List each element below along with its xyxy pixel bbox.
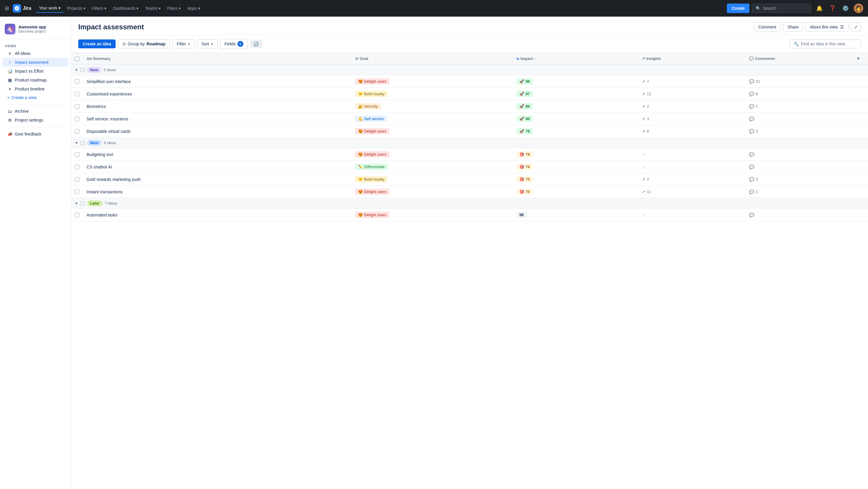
sidebar-item-product-timeline[interactable]: ≡ Product timeline <box>2 85 68 93</box>
comment-button[interactable]: Comment <box>754 23 781 31</box>
main-content: Impact assessment Comment Share About th… <box>71 17 868 489</box>
col-header-goal[interactable]: ⊙ Goal <box>351 53 513 65</box>
col-header-impact[interactable]: fx Impact ↓ <box>513 53 638 65</box>
sidebar-item-project-settings[interactable]: ⚙ Project settings <box>2 116 68 125</box>
row-checkbox[interactable] <box>75 104 80 109</box>
select-all-checkbox[interactable] <box>75 56 80 61</box>
nav-right-section: 🔍 Search 🔔 ❓ ⚙️ 👩 <box>752 4 863 13</box>
sidebar-item-product-roadmap[interactable]: ▦ Product roadmap <box>2 75 68 85</box>
goal-badge[interactable]: ✏️ Differentiate <box>355 164 388 170</box>
row-checkbox[interactable] <box>75 213 80 217</box>
row-summary[interactable]: CS chatbot AI <box>83 161 351 173</box>
sort-plus-icon: + <box>211 41 213 46</box>
add-column-icon[interactable]: + <box>857 56 860 61</box>
group-row-later[interactable]: ▼ Later 7 ideas <box>71 198 868 209</box>
goal-badge[interactable]: 🔐 Security <box>355 103 381 110</box>
goal-badge[interactable]: 🤝 Build loyalty <box>355 176 388 182</box>
nav-filters[interactable]: Filters ▾ <box>89 4 110 12</box>
goal-badge[interactable]: 😍 Delight users <box>355 189 389 195</box>
create-button[interactable]: Create <box>727 4 749 13</box>
group-chevron-next[interactable]: ▼ <box>75 141 78 145</box>
row-summary[interactable]: Customised experiences <box>83 88 351 100</box>
row-summary[interactable]: Biometrics <box>83 100 351 113</box>
group-checkbox-later[interactable] <box>81 201 85 206</box>
notifications-icon[interactable]: 🔔 <box>815 4 824 13</box>
create-idea-button[interactable]: Create an idea <box>78 39 116 48</box>
goal-badge[interactable]: 💪 Self service <box>355 116 387 122</box>
impact-badge: 🎯 70 <box>517 189 533 195</box>
share-button[interactable]: Share <box>783 23 803 31</box>
group-label-next[interactable]: Next <box>87 140 101 146</box>
row-checkbox[interactable] <box>75 129 80 134</box>
sidebar-item-give-feedback[interactable]: 📣 Give feedback <box>2 130 68 139</box>
row-comments: 💬1 <box>746 186 853 198</box>
create-view-button[interactable]: + Create a view <box>2 93 68 102</box>
row-summary[interactable]: Budgeting tool <box>83 148 351 161</box>
goal-badge[interactable]: 😍 Delight users <box>355 128 389 134</box>
group-label-now[interactable]: Now <box>87 67 101 73</box>
jira-logo[interactable]: Jira <box>13 4 31 12</box>
group-checkbox-next[interactable] <box>81 141 85 145</box>
table-row: Disposable virtual cards 😍 Delight users… <box>71 125 868 137</box>
row-summary[interactable]: Gold rewards marketing push <box>83 173 351 186</box>
table-row: Customised experiences 🤝 Build loyalty 🚀… <box>71 88 868 100</box>
nav-your-work[interactable]: Your work ▾ <box>36 4 63 13</box>
col-header-add[interactable]: + <box>853 53 868 65</box>
group-by-button[interactable]: ⊙ Group by Roadmap <box>118 39 170 48</box>
group-row-next[interactable]: ▼ Next 4 ideas <box>71 137 868 148</box>
group-row-now[interactable]: ▼ Now 5 ideas <box>71 64 868 75</box>
fields-button[interactable]: Fields 5 <box>220 39 248 49</box>
refresh-button[interactable]: 🔄 <box>250 40 262 48</box>
project-header[interactable]: 🦄 Awesome app Discovery project <box>0 21 71 39</box>
goal-badge[interactable]: 🤝 Build loyalty <box>355 91 388 97</box>
about-view-button[interactable]: About this view ☰ <box>805 23 848 31</box>
row-checkbox[interactable] <box>75 79 80 84</box>
col-header-summary[interactable]: Aα Summary <box>83 53 351 65</box>
row-checkbox[interactable] <box>75 164 80 169</box>
goal-badge[interactable]: 😍 Delight users <box>355 212 389 218</box>
row-summary[interactable]: Instant transactions <box>83 186 351 198</box>
grid-icon[interactable]: ⊞ <box>5 5 9 11</box>
nav-teams[interactable]: Teams ▾ <box>142 4 163 12</box>
sidebar-item-impact-vs-effort[interactable]: 📊 Impact vs Effort <box>2 67 68 75</box>
sort-button[interactable]: Sort + <box>197 39 218 48</box>
row-goal: 🤝 Build loyalty <box>351 173 513 186</box>
group-label-later[interactable]: Later <box>87 201 102 206</box>
row-summary[interactable]: Automated tasks <box>83 209 351 221</box>
idea-search[interactable]: 🔍 Find an idea in this view <box>790 39 861 48</box>
goal-badge[interactable]: 😍 Delight users <box>355 78 389 85</box>
sort-desc-icon: ↓ <box>534 56 536 61</box>
row-checkbox[interactable] <box>75 92 80 96</box>
nav-search[interactable]: 🔍 Search <box>752 4 811 13</box>
plus-icon: + <box>7 95 9 100</box>
group-checkbox-now[interactable] <box>81 68 85 72</box>
impact-badge: 🎯 75 <box>517 176 533 182</box>
row-summary[interactable]: Self service: insurance <box>83 113 351 125</box>
group-chevron-now[interactable]: ▼ <box>75 68 78 72</box>
nav-apps[interactable]: Apps ▾ <box>184 4 203 12</box>
group-chevron-later[interactable]: ▼ <box>75 201 78 206</box>
row-summary[interactable]: Simplified user interface <box>83 75 351 88</box>
sidebar-item-impact-assessment[interactable]: ⋮ Impact assesment <box>2 58 68 67</box>
nav-dashboards[interactable]: Dashboards ▾ <box>110 4 142 12</box>
sidebar-item-all-ideas[interactable]: ≡ All ideas <box>2 49 68 58</box>
expand-button[interactable]: ⤢ <box>851 23 861 31</box>
nav-plans[interactable]: Plans ▾ <box>164 4 184 12</box>
avatar[interactable]: 👩 <box>854 4 863 13</box>
row-checkbox[interactable] <box>75 177 80 182</box>
help-icon[interactable]: ❓ <box>828 4 837 13</box>
nav-projects[interactable]: Projects ▾ <box>64 4 88 12</box>
list-icon: ☰ <box>840 25 844 29</box>
settings-icon[interactable]: ⚙️ <box>841 4 850 13</box>
row-checkbox[interactable] <box>75 189 80 194</box>
row-summary[interactable]: Disposable virtual cards <box>83 125 351 137</box>
sidebar-item-archive[interactable]: 🗂 Archive <box>2 107 68 116</box>
col-header-insights[interactable]: ↗ Insights <box>638 53 746 65</box>
filter-button[interactable]: Filter + <box>172 39 194 48</box>
goal-badge[interactable]: 😍 Delight users <box>355 151 389 157</box>
row-checkbox[interactable] <box>75 117 80 121</box>
col-header-comments[interactable]: 💬 Comments <box>746 53 853 65</box>
row-insights: ↗2 <box>638 173 746 186</box>
table-row: Self service: insurance 💪 Self service 🚀… <box>71 113 868 125</box>
row-checkbox[interactable] <box>75 152 80 157</box>
